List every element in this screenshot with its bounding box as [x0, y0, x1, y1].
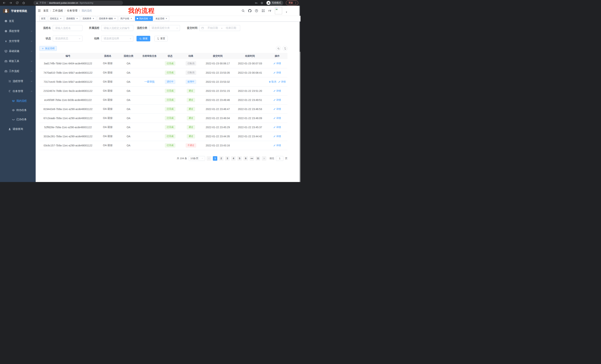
app-logo[interactable]: 芋道管理系统: [0, 6, 36, 16]
search-icon[interactable]: [241, 9, 245, 12]
task-link[interactable]: 一级审批: [144, 80, 155, 83]
sidebar-item-任务管理[interactable]: 任务管理: [0, 86, 36, 96]
detail-link[interactable]: 详情: [273, 71, 281, 74]
update-button[interactable]: 更新: [286, 0, 298, 5]
tab-流程定义[interactable]: 流程定义×: [48, 16, 63, 21]
category-placeholder: 请选择流程分类: [151, 26, 170, 30]
bookmark-star-icon[interactable]: [260, 1, 263, 4]
cell-name: OA 请假: [97, 59, 119, 68]
date-range-separator: -: [221, 27, 222, 29]
page-button-5[interactable]: 5: [237, 156, 242, 161]
tab-用户分组[interactable]: 用户分组×: [119, 16, 134, 21]
status-select[interactable]: 请选择状态: [53, 36, 82, 42]
process-definition-input[interactable]: [101, 25, 133, 31]
tab-close-icon[interactable]: ×: [60, 18, 62, 20]
sidebar-item-请假查询[interactable]: 请假查询: [0, 124, 36, 134]
tab-close-icon[interactable]: ×: [92, 18, 95, 20]
page-button-2[interactable]: 2: [219, 156, 223, 161]
fullscreen-icon[interactable]: [261, 9, 265, 12]
tab-close-icon[interactable]: ×: [149, 18, 151, 20]
page-size-select[interactable]: 10条/页: [189, 156, 205, 161]
sidebar-item-研发工具[interactable]: 研发工具: [0, 56, 36, 66]
detail-link[interactable]: 详情: [273, 116, 281, 120]
annotation-my-process: 我的流程: [128, 7, 155, 15]
breadcrumb-item[interactable]: 任务管理: [67, 9, 78, 12]
next-page-button[interactable]: [262, 156, 266, 161]
avatar[interactable]: [275, 7, 282, 14]
sidebar-item-系统管理[interactable]: 系统管理: [0, 26, 36, 36]
sidebar-item-支付管理[interactable]: ¥支付管理: [0, 36, 36, 46]
forward-icon[interactable]: [9, 1, 12, 4]
page-button-1[interactable]: 1: [213, 156, 217, 161]
detail-link[interactable]: 详情: [273, 144, 281, 147]
cell-category: OA: [119, 105, 138, 114]
reset-button[interactable]: 重置: [154, 36, 168, 41]
tab-流程表单[interactable]: 流程表单×: [81, 16, 96, 21]
detail-link[interactable]: 详情: [273, 98, 281, 102]
home-icon[interactable]: [22, 1, 25, 4]
page-ellipsis[interactable]: •••: [250, 156, 254, 161]
tab-流程表单-编辑[interactable]: 流程表单-编辑×: [97, 16, 118, 21]
cell-end-time: 2022-01-22 23:49:51: [233, 95, 267, 105]
cell-result: 已取消: [180, 68, 202, 77]
yen-icon: ¥: [4, 40, 7, 43]
main-area: 首页/工作流程/任务管理/我的流程 我的流程 TT 首页流程定义×流程模型×流程…: [36, 6, 300, 182]
search-button[interactable]: 搜索: [137, 36, 150, 41]
detail-link[interactable]: 详情: [273, 89, 281, 93]
sidebar-item-首页[interactable]: 首页: [0, 16, 36, 26]
page-button-6[interactable]: 6: [243, 156, 248, 161]
tab-我的流程[interactable]: 我的流程×: [135, 16, 153, 21]
sidebar-item-工作流程[interactable]: 工作流程: [0, 66, 36, 76]
sidebar-item-流程管理[interactable]: 流程管理: [0, 76, 36, 86]
back-icon[interactable]: [3, 1, 6, 4]
tab-close-icon[interactable]: ×: [114, 18, 116, 20]
tab-流程模型[interactable]: 流程模型×: [64, 16, 80, 21]
content: 流程名 所属流程 流程分类 请选择流程分类 提交时间: [36, 21, 300, 182]
show-search-button[interactable]: [276, 46, 281, 51]
sidebar-item-已办任务[interactable]: 已办任务: [0, 115, 36, 124]
date-range-picker[interactable]: 开始日期 - 结束日期: [199, 25, 240, 31]
user-menu-caret-icon[interactable]: [285, 11, 288, 13]
goto-page-input[interactable]: [276, 156, 283, 161]
tab-close-icon[interactable]: ×: [165, 18, 168, 20]
detail-link[interactable]: 详情: [273, 107, 281, 111]
font-size-icon[interactable]: TT: [268, 9, 271, 12]
tab-close-icon[interactable]: ×: [76, 18, 78, 20]
password-key-icon[interactable]: [255, 1, 258, 4]
help-icon[interactable]: [255, 9, 258, 12]
cell-category: OA: [119, 59, 138, 68]
page-button-11[interactable]: 11: [256, 156, 260, 161]
table-row: 67c2eaab-7b9a-11ec-a290-acde48001122OA 请…: [39, 114, 288, 123]
category-select[interactable]: 请选择流程分类: [149, 25, 180, 31]
prev-page-button[interactable]: [207, 156, 211, 161]
create-process-button[interactable]: 发起流程: [39, 46, 57, 51]
menu-fold-icon[interactable]: [38, 9, 41, 12]
process-name-input[interactable]: [53, 25, 82, 31]
github-icon[interactable]: [248, 9, 251, 12]
sidebar-item-基础设施[interactable]: 基础设施: [0, 46, 36, 56]
detail-link[interactable]: 详情: [273, 126, 281, 129]
detail-link[interactable]: 详情: [273, 135, 281, 138]
refresh-table-button[interactable]: [283, 46, 288, 51]
page-button-3[interactable]: 3: [225, 156, 230, 161]
sidebar-item-我的流程[interactable]: 我的流程: [0, 96, 36, 105]
sidebar-item-待办任务[interactable]: 待办任务: [0, 105, 36, 115]
scrollbar-thumb[interactable]: [300, 6, 300, 52]
detail-link[interactable]: 详情: [278, 80, 286, 84]
browser-menu-icon[interactable]: [294, 2, 297, 4]
result-placeholder: 请选择流结果: [104, 37, 119, 40]
cell-category: OA: [119, 95, 138, 105]
result-select[interactable]: 请选择流结果: [101, 36, 133, 42]
reload-icon[interactable]: [16, 1, 19, 4]
eye-icon: [12, 109, 15, 112]
detail-link[interactable]: 详情: [273, 62, 281, 65]
page-button-4[interactable]: 4: [231, 156, 236, 161]
cancel-link[interactable]: 取消: [269, 80, 276, 84]
address-bar[interactable]: 不安全 dashboard.yudao.iocoder.cn/bpm/task/…: [33, 1, 123, 5]
edit-icon: [273, 99, 276, 101]
breadcrumb-item[interactable]: 首页: [43, 9, 49, 12]
tab-close-icon[interactable]: ×: [130, 18, 132, 20]
tab-首页[interactable]: 首页: [39, 16, 47, 21]
breadcrumb-item[interactable]: 工作流程: [52, 9, 63, 12]
tab-发起流程[interactable]: 发起流程×: [154, 16, 169, 21]
